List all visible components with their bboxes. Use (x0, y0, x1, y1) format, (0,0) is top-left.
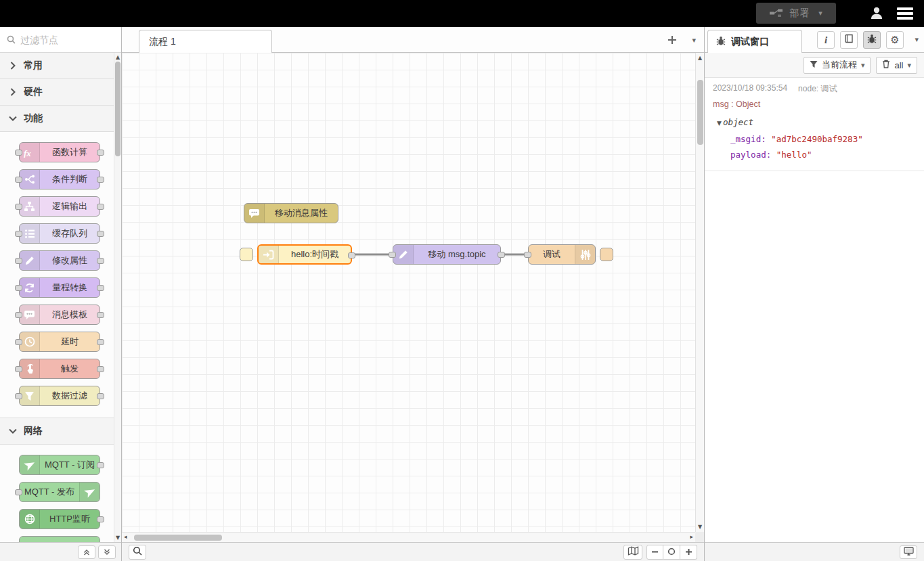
main-menu-button[interactable] (897, 7, 913, 20)
palette-category-common[interactable]: 常用 (0, 53, 114, 79)
deploy-caret-icon[interactable]: ▾ (818, 9, 822, 18)
debug-toggle-button[interactable] (600, 248, 613, 261)
canvas-vertical-scrollbar[interactable]: ▲ ▼ (695, 53, 704, 532)
palette-category-network[interactable]: 网络 (0, 418, 114, 445)
output-port[interactable] (97, 366, 104, 372)
palette-node-range-convert[interactable]: 量程转换 (19, 277, 100, 298)
input-port[interactable] (15, 285, 22, 291)
config-sidebar-button[interactable]: ⚙ (886, 31, 904, 49)
palette-node-message-template[interactable]: 消息模板 (19, 305, 100, 325)
output-port[interactable] (498, 252, 505, 258)
user-menu-button[interactable] (868, 5, 885, 23)
output-port[interactable] (97, 462, 104, 468)
output-port[interactable] (97, 312, 104, 318)
debug-filter-button[interactable]: 当前流程 ▾ (804, 57, 871, 74)
palette-category-hardware[interactable]: 硬件 (0, 79, 114, 106)
output-port[interactable] (348, 252, 355, 259)
output-port[interactable] (97, 231, 104, 237)
info-sidebar-button[interactable]: i (817, 31, 835, 49)
palette-node-mqtt-publish[interactable]: MQTT - 发布 (19, 482, 100, 502)
palette-node-change-property[interactable]: 修改属性 (19, 250, 100, 271)
palette-scrollbar[interactable]: ▲ ▼ (114, 53, 121, 542)
debug-clear-button[interactable]: all ▾ (876, 57, 917, 74)
debug-node-label: node: 调试 (798, 83, 837, 95)
debug-filter-label: 当前流程 (822, 59, 857, 71)
scroll-down-icon[interactable]: ▼ (696, 524, 704, 530)
output-port[interactable] (97, 204, 104, 210)
flow-canvas[interactable]: 移动消息属性 hello:时间戳 移动 msg.topic (122, 53, 704, 542)
sidebar-tabbar: 调试窗口 i ⚙ ▾ (705, 27, 924, 53)
input-port[interactable] (15, 312, 22, 318)
node-label: 移动消息属性 (265, 204, 338, 223)
scroll-left-icon[interactable]: ◂ (124, 533, 127, 540)
output-port[interactable] (97, 393, 104, 399)
flow-list-button[interactable]: ▾ (692, 36, 696, 45)
debug-message[interactable]: 2023/10/18 09:35:54 node: 调试 msg : Objec… (705, 78, 924, 171)
scroll-down-icon[interactable]: ▼ (114, 535, 121, 541)
scroll-up-icon[interactable]: ▲ (114, 54, 121, 60)
output-port[interactable] (97, 516, 104, 522)
debug-tab-label: 调试窗口 (731, 36, 769, 48)
canvas-node-change[interactable]: 移动 msg.topic (393, 244, 501, 265)
input-port[interactable] (15, 258, 22, 264)
canvas-horizontal-scrollbar[interactable]: ◂ ▸ (122, 532, 695, 542)
zoom-in-button[interactable] (680, 545, 697, 560)
output-port[interactable] (97, 285, 104, 291)
palette-node-trigger[interactable]: 触发 (19, 359, 100, 379)
help-sidebar-button[interactable] (840, 31, 858, 49)
palette-node-cache-queue[interactable]: 缓存队列 (19, 223, 100, 244)
scroll-up-icon[interactable]: ▲ (696, 55, 704, 61)
input-port[interactable] (15, 489, 22, 495)
tab-flow-1[interactable]: 流程 1 (139, 30, 272, 53)
queue-icon (20, 224, 40, 243)
palette-node-delay[interactable]: 延时 (19, 332, 100, 352)
input-port[interactable] (15, 150, 22, 156)
input-port[interactable] (15, 393, 22, 399)
output-port[interactable] (97, 339, 104, 345)
zoom-out-button[interactable] (646, 545, 663, 560)
output-port[interactable] (97, 150, 104, 156)
output-port[interactable] (97, 258, 104, 264)
inject-trigger-button[interactable] (240, 248, 253, 261)
debug-sidebar: 调试窗口 i ⚙ ▾ 当前流程 ▾ all (704, 27, 924, 561)
tab-debug-window[interactable]: 调试窗口 (707, 30, 802, 53)
palette-search-input[interactable] (20, 35, 102, 45)
palette-node-mqtt-subscribe[interactable]: MQTT - 订阅 (19, 455, 100, 475)
debug-object-root[interactable]: ▼object (713, 114, 916, 131)
input-port[interactable] (15, 177, 22, 183)
vscroll-thumb[interactable] (697, 80, 703, 145)
input-port[interactable] (15, 366, 22, 372)
debug-sidebar-button[interactable] (863, 31, 881, 49)
palette-node-condition[interactable]: 条件判断 (19, 169, 100, 189)
input-port[interactable] (15, 231, 22, 237)
navigator-button[interactable] (623, 545, 642, 560)
map-icon (628, 546, 639, 558)
input-port[interactable] (15, 204, 22, 210)
palette-scrollbar-thumb[interactable] (115, 62, 120, 156)
output-port[interactable] (97, 177, 104, 183)
collapse-all-button[interactable] (78, 545, 95, 559)
add-flow-button[interactable] (667, 35, 677, 45)
canvas-search-button[interactable] (129, 545, 146, 560)
palette-node-clipped-node[interactable] (19, 536, 100, 542)
input-port[interactable] (389, 252, 396, 258)
palette-category-function[interactable]: 功能 (0, 106, 114, 132)
input-port[interactable] (15, 339, 22, 345)
open-debug-window-button[interactable] (900, 545, 917, 559)
scroll-right-icon[interactable]: ▸ (690, 533, 693, 540)
canvas-node-inject[interactable]: hello:时间戳 (257, 244, 352, 265)
palette-node-function-calc[interactable]: fx函数计算 (19, 142, 100, 162)
canvas-node-debug[interactable]: 调试 (528, 244, 596, 265)
hscroll-thumb[interactable] (134, 535, 222, 541)
collapse-triangle-icon[interactable]: ▼ (717, 120, 722, 127)
palette-node-http-listen[interactable]: HTTP监听 (19, 509, 100, 529)
scrollbar-corner (695, 532, 704, 542)
expand-all-button[interactable] (98, 545, 116, 559)
zoom-reset-button[interactable] (663, 545, 680, 560)
palette-node-data-filter[interactable]: 数据过滤 (19, 386, 100, 406)
palette-node-logic-output[interactable]: 逻辑输出 (19, 196, 100, 217)
sidebar-menu-button[interactable]: ▾ (915, 35, 919, 44)
input-port[interactable] (524, 252, 531, 258)
deploy-button[interactable]: 部署 ▾ (756, 3, 836, 24)
canvas-node-comment[interactable]: 移动消息属性 (244, 203, 338, 223)
